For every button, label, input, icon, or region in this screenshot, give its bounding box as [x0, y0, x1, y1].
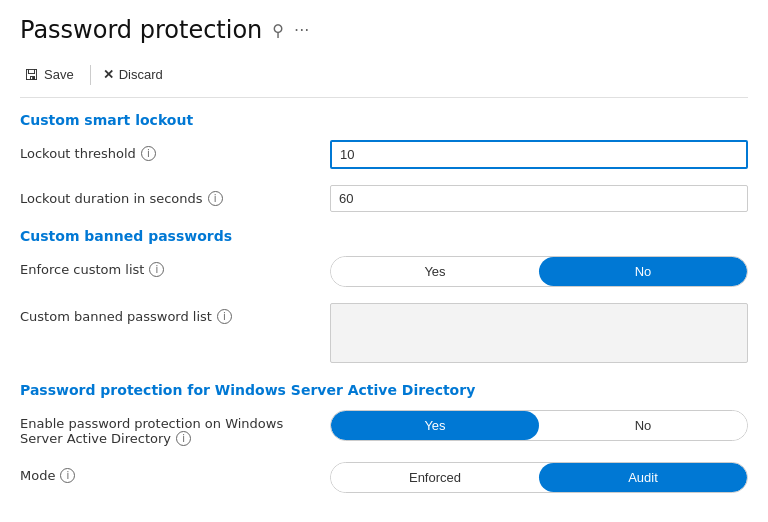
save-icon: 🖫	[24, 66, 39, 83]
pin-icon[interactable]: ⚲	[272, 21, 284, 40]
enable-protection-toggle: Yes No	[330, 410, 748, 441]
discard-button[interactable]: ✕ Discard	[99, 63, 171, 86]
custom-list-info-icon[interactable]: i	[217, 309, 232, 324]
page-title: Password protection	[20, 16, 262, 44]
discard-label: Discard	[119, 67, 163, 82]
enable-protection-toggle-group: Yes No	[330, 410, 748, 441]
custom-list-label: Custom banned password list i	[20, 303, 330, 324]
windows-ad-section-title: Password protection for Windows Server A…	[20, 382, 748, 398]
lockout-threshold-info-icon[interactable]: i	[141, 146, 156, 161]
lockout-duration-info-icon[interactable]: i	[208, 191, 223, 206]
lockout-threshold-row: Lockout threshold i	[20, 140, 748, 169]
enforce-custom-label: Enforce custom list i	[20, 256, 330, 277]
lockout-duration-control	[330, 185, 748, 212]
header-row: Password protection ⚲ ···	[20, 16, 748, 44]
mode-enforced-button[interactable]: Enforced	[331, 463, 539, 492]
lockout-duration-label: Lockout duration in seconds i	[20, 185, 330, 206]
custom-list-control	[330, 303, 748, 366]
enforce-custom-row: Enforce custom list i Yes No	[20, 256, 748, 287]
more-options-icon[interactable]: ···	[294, 21, 309, 40]
banned-passwords-section-title: Custom banned passwords	[20, 228, 748, 244]
enforce-custom-info-icon[interactable]: i	[149, 262, 164, 277]
enforce-custom-toggle: Yes No	[330, 256, 748, 287]
enforce-custom-yes-button[interactable]: Yes	[331, 257, 539, 286]
toolbar-separator	[90, 65, 91, 85]
enforce-custom-no-button[interactable]: No	[539, 257, 747, 286]
lockout-threshold-input[interactable]	[330, 140, 748, 169]
save-button[interactable]: 🖫 Save	[20, 62, 82, 87]
enable-protection-yes-button[interactable]: Yes	[331, 411, 539, 440]
enable-protection-label: Enable password protection on Windows Se…	[20, 410, 330, 446]
lockout-duration-input[interactable]	[330, 185, 748, 212]
custom-list-row: Custom banned password list i	[20, 303, 748, 366]
toolbar: 🖫 Save ✕ Discard	[20, 56, 748, 98]
discard-icon: ✕	[103, 67, 114, 82]
mode-row: Mode i Enforced Audit	[20, 462, 748, 493]
smart-lockout-section-title: Custom smart lockout	[20, 112, 748, 128]
mode-label: Mode i	[20, 462, 330, 483]
lockout-duration-row: Lockout duration in seconds i	[20, 185, 748, 212]
save-label: Save	[44, 67, 74, 82]
enforce-custom-toggle-group: Yes No	[330, 256, 748, 287]
mode-toggle: Enforced Audit	[330, 462, 748, 493]
enable-protection-no-button[interactable]: No	[539, 411, 747, 440]
lockout-threshold-control	[330, 140, 748, 169]
lockout-threshold-label: Lockout threshold i	[20, 140, 330, 161]
mode-toggle-group: Enforced Audit	[330, 462, 748, 493]
mode-info-icon[interactable]: i	[60, 468, 75, 483]
page-container: Password protection ⚲ ··· 🖫 Save ✕ Disca…	[0, 0, 768, 522]
custom-list-textarea[interactable]	[330, 303, 748, 363]
enable-protection-row: Enable password protection on Windows Se…	[20, 410, 748, 446]
enable-protection-info-icon[interactable]: i	[176, 431, 191, 446]
mode-audit-button[interactable]: Audit	[539, 463, 747, 492]
